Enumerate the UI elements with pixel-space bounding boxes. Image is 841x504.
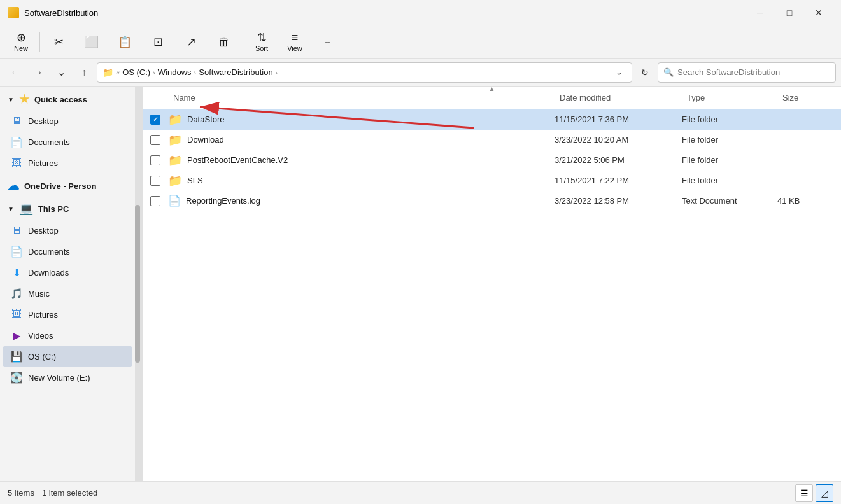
row-type: File folder xyxy=(682,135,777,144)
sidebar-item-documents-pc[interactable]: 📄 Documents xyxy=(3,241,132,262)
forward-button[interactable]: → xyxy=(28,62,48,83)
sidebar-item-desktop-qa[interactable]: 🖥 Desktop xyxy=(3,111,132,131)
sidebar-item-desktop-pc[interactable]: 🖥 Desktop xyxy=(3,220,132,241)
selected-count: 1 item selected xyxy=(42,488,97,498)
quick-access-arrow-icon: ▼ xyxy=(8,96,14,103)
file-row[interactable]: 📄ReportingEvents.log 3/23/2022 12:58 PM … xyxy=(143,191,841,211)
delete-button[interactable]: 🗑 xyxy=(208,28,240,56)
row-checkbox-area[interactable] xyxy=(143,176,168,186)
file-row[interactable]: 📁Download 3/23/2022 10:20 AM File folder xyxy=(143,130,841,150)
breadcrumb-arrow-2: › xyxy=(194,69,197,76)
breadcrumb-current[interactable]: SoftwareDistribution xyxy=(199,67,272,77)
sidebar-item-downloads[interactable]: ⬇ Downloads xyxy=(3,262,132,283)
view-button[interactable]: ≡ View xyxy=(279,28,311,56)
copy-button[interactable]: ⬜ xyxy=(76,28,108,56)
view-icon: ≡ xyxy=(292,32,299,43)
sidebar-item-documents-qa[interactable]: 📄 Documents xyxy=(3,132,132,152)
desktop-pc-icon: 🖥 xyxy=(10,224,23,237)
header-size[interactable]: Size xyxy=(777,93,841,102)
collapse-button[interactable]: ▲ xyxy=(489,87,495,92)
more-button[interactable]: ··· xyxy=(312,28,344,56)
file-checkbox[interactable] xyxy=(150,196,160,206)
row-name-label: Download xyxy=(187,135,224,144)
row-checkbox-area[interactable] xyxy=(143,155,168,165)
row-checkbox-area[interactable]: ✓ xyxy=(143,115,168,125)
sidebar-label-pictures-qa: Pictures xyxy=(28,158,58,168)
sidebar-item-videos[interactable]: ▶ Videos xyxy=(3,325,132,346)
maximize-button[interactable]: □ xyxy=(775,3,804,23)
pictures-icon: 🖼 xyxy=(10,157,23,169)
search-bar[interactable]: 🔍 xyxy=(658,62,836,83)
refresh-button[interactable]: ↻ xyxy=(635,62,655,83)
header-date-modified[interactable]: Date modified xyxy=(555,93,682,102)
file-row[interactable]: 📁SLS 11/15/2021 7:22 PM File folder xyxy=(143,171,841,191)
title-bar: SoftwareDistribution ─ □ ✕ xyxy=(0,0,841,25)
paste-button[interactable]: 📋 xyxy=(109,28,141,56)
sidebar-label-documents-pc: Documents xyxy=(28,247,70,256)
window-title: SoftwareDistribution xyxy=(24,8,98,18)
sidebar-item-onedrive[interactable]: ☁ OneDrive - Person xyxy=(0,176,135,196)
share-button[interactable]: ↗ xyxy=(175,28,207,56)
address-bar[interactable]: 📁 « OS (C:) › Windows › SoftwareDistribu… xyxy=(97,62,632,83)
sidebar-item-new-volume[interactable]: 💽 New Volume (E:) xyxy=(3,367,132,388)
back-button[interactable]: ← xyxy=(5,62,25,83)
documents-pc-icon: 📄 xyxy=(10,245,23,258)
row-type: Text Document xyxy=(682,196,777,206)
sidebar-item-pictures-qa[interactable]: 🖼 Pictures xyxy=(3,153,132,173)
address-path: 📁 « OS (C:) › Windows › SoftwareDistribu… xyxy=(102,67,278,78)
file-checkbox[interactable] xyxy=(150,155,160,165)
row-type: File folder xyxy=(682,176,777,185)
close-button[interactable]: ✕ xyxy=(804,3,833,23)
sidebar-scrollbar[interactable] xyxy=(135,87,140,481)
file-row[interactable]: ✓ 📁DataStore 11/15/2021 7:36 PM File fol… xyxy=(143,109,841,130)
sidebar-item-osc[interactable]: 💾 OS (C:) xyxy=(3,346,132,367)
row-checkbox-area[interactable] xyxy=(143,196,168,206)
paste-icon: 📋 xyxy=(118,36,132,48)
cut-button[interactable]: ✂ xyxy=(43,28,74,56)
share-icon: ↗ xyxy=(187,36,196,48)
desktop-icon: 🖥 xyxy=(10,115,23,127)
new-button[interactable]: ⊕ New xyxy=(5,28,37,56)
search-icon: 🔍 xyxy=(663,67,674,77)
sidebar-label-thispc: This PC xyxy=(38,204,69,214)
address-dropdown[interactable]: ⌄ xyxy=(611,65,626,80)
sort-icon: ⇅ xyxy=(257,32,267,43)
file-checkbox[interactable] xyxy=(150,176,160,186)
sidebar-section-quick-access: ▼ ★ Quick access 🖥 Desktop 📄 Documents 🖼… xyxy=(0,89,135,173)
row-checkbox-area[interactable] xyxy=(143,135,168,145)
row-name: 📁Download xyxy=(168,133,555,147)
main-area: ▼ ★ Quick access 🖥 Desktop 📄 Documents 🖼… xyxy=(0,87,841,481)
rename-icon: ⊡ xyxy=(153,36,163,48)
detail-view-button[interactable]: ☰ xyxy=(795,484,813,502)
row-name-label: ReportingEvents.log xyxy=(186,196,260,206)
header-type[interactable]: Type xyxy=(682,93,777,102)
sidebar-scrollbar-thumb[interactable] xyxy=(135,205,140,363)
row-name: 📁PostRebootEventCache.V2 xyxy=(168,153,555,167)
sidebar-header-quick-access[interactable]: ▼ ★ Quick access xyxy=(0,89,135,109)
sidebar-item-pictures-pc[interactable]: 🖼 Pictures xyxy=(3,304,132,325)
rename-button[interactable]: ⊡ xyxy=(142,28,174,56)
row-date: 3/23/2022 10:20 AM xyxy=(555,135,682,144)
search-input[interactable] xyxy=(677,67,830,77)
sort-button[interactable]: ⇅ Sort xyxy=(246,28,278,56)
breadcrumb-os[interactable]: OS (C:) xyxy=(122,67,150,77)
toolbar-divider-1 xyxy=(39,32,40,52)
file-row[interactable]: 📁PostRebootEventCache.V2 3/21/2022 5:06 … xyxy=(143,150,841,171)
music-icon: 🎵 xyxy=(10,287,23,300)
row-name-label: SLS xyxy=(187,176,203,185)
recent-button[interactable]: ⌄ xyxy=(51,62,71,83)
file-checkbox[interactable] xyxy=(150,135,160,145)
sidebar-wrapper: ▼ ★ Quick access 🖥 Desktop 📄 Documents 🖼… xyxy=(0,87,140,481)
thispc-arrow-icon: ▼ xyxy=(8,206,14,213)
breadcrumb-windows[interactable]: Windows xyxy=(158,67,192,77)
title-bar-left: SoftwareDistribution xyxy=(8,7,98,18)
up-button[interactable]: ↑ xyxy=(74,62,94,83)
sidebar-item-thispc[interactable]: ▼ 💻 This PC xyxy=(0,199,135,219)
sidebar-label-onedrive: OneDrive - Person xyxy=(24,181,96,191)
header-name[interactable]: Name xyxy=(168,93,555,102)
minimize-button[interactable]: ─ xyxy=(746,3,775,23)
file-checkbox[interactable]: ✓ xyxy=(150,115,160,125)
thispc-icon: 💻 xyxy=(19,202,33,216)
sidebar-item-music[interactable]: 🎵 Music xyxy=(3,283,132,304)
large-icon-view-button[interactable]: ◿ xyxy=(816,484,833,502)
